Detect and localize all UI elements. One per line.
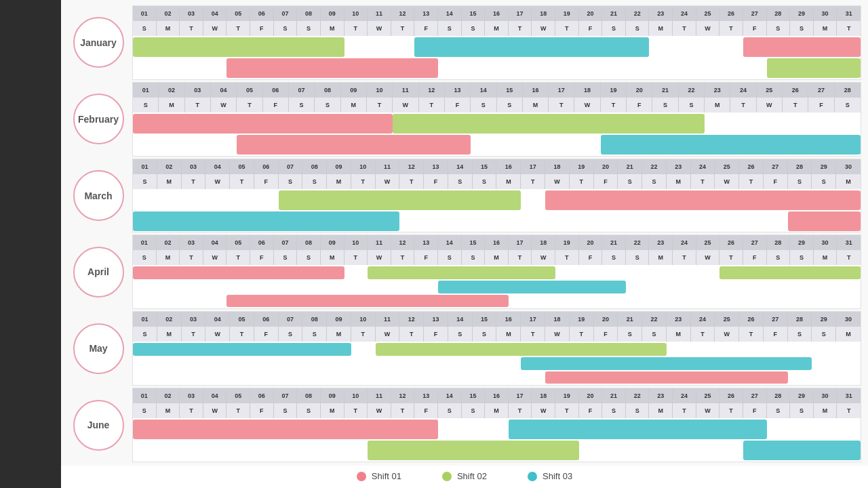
month-label-january: January bbox=[68, 5, 129, 80]
day-number: 30 bbox=[814, 6, 837, 21]
day-number: 08 bbox=[302, 312, 327, 327]
day-number: 01 bbox=[133, 312, 157, 327]
day-number: 20 bbox=[579, 388, 603, 403]
day-number: 17 bbox=[509, 235, 532, 250]
day-letter: S bbox=[274, 250, 298, 265]
day-letter: T bbox=[783, 98, 808, 113]
day-letter: S bbox=[448, 174, 473, 189]
day-number: 29 bbox=[790, 6, 814, 21]
shift-row bbox=[133, 295, 861, 308]
day-number: 21 bbox=[618, 312, 642, 327]
day-number: 22 bbox=[626, 235, 650, 250]
shift-row bbox=[133, 58, 861, 78]
day-number: 08 bbox=[297, 6, 321, 21]
day-number: 03 bbox=[180, 388, 203, 403]
day-letter: T bbox=[673, 403, 696, 418]
day-number: 09 bbox=[327, 312, 351, 327]
day-letters-row: SMTWTFSSMTWTFSSMTWTFSSMTWTFSSMT bbox=[133, 403, 861, 418]
day-letter: S bbox=[279, 174, 303, 189]
day-letter: M bbox=[496, 327, 521, 342]
day-number: 30 bbox=[836, 312, 861, 327]
month-grid: 0102030405060708091011121314151617181920… bbox=[132, 159, 861, 233]
day-letter: W bbox=[715, 174, 739, 189]
day-number: 07 bbox=[274, 388, 298, 403]
shift-bar-pink bbox=[237, 135, 471, 155]
day-letter: T bbox=[555, 21, 579, 36]
day-number: 20 bbox=[579, 235, 603, 250]
day-letter: T bbox=[391, 21, 415, 36]
day-number: 01 bbox=[133, 235, 157, 250]
day-number: 20 bbox=[594, 312, 618, 327]
day-letter: F bbox=[579, 250, 603, 265]
day-letter: S bbox=[438, 21, 462, 36]
day-letter: T bbox=[837, 403, 861, 418]
day-letter: M bbox=[327, 174, 351, 189]
day-letter: T bbox=[230, 327, 254, 342]
day-number: 12 bbox=[419, 83, 445, 98]
day-number: 29 bbox=[812, 159, 836, 174]
month-circle: June bbox=[73, 400, 124, 451]
day-letter: M bbox=[836, 327, 861, 342]
day-letter: W bbox=[376, 174, 400, 189]
day-number: 03 bbox=[180, 235, 203, 250]
day-number: 03 bbox=[182, 159, 206, 174]
day-number: 27 bbox=[743, 235, 767, 250]
day-number: 01 bbox=[133, 6, 157, 21]
day-letter: S bbox=[133, 403, 157, 418]
day-letter: S bbox=[602, 21, 626, 36]
day-number: 23 bbox=[667, 159, 691, 174]
day-letter: T bbox=[399, 327, 424, 342]
day-letter: S bbox=[626, 21, 650, 36]
day-letter: T bbox=[691, 327, 715, 342]
day-letter: W bbox=[376, 327, 400, 342]
day-number: 02 bbox=[157, 388, 180, 403]
day-number: 05 bbox=[226, 388, 250, 403]
month-label-march: March bbox=[68, 159, 129, 233]
shift-bar-teal bbox=[601, 135, 861, 155]
day-letter: M bbox=[496, 174, 521, 189]
day-letter: T bbox=[344, 403, 368, 418]
shift-bar-green bbox=[393, 114, 705, 134]
day-letter: S bbox=[297, 403, 321, 418]
day-letter: M bbox=[485, 403, 509, 418]
day-letter: T bbox=[230, 174, 254, 189]
day-letter: M bbox=[157, 21, 180, 36]
day-letter: M bbox=[814, 403, 837, 418]
day-numbers-row: 0102030405060708091011121314151617181920… bbox=[133, 388, 861, 403]
shift-bar-green bbox=[368, 441, 579, 460]
shift-row bbox=[133, 343, 861, 356]
day-letter: M bbox=[157, 174, 182, 189]
day-letter: S bbox=[462, 403, 486, 418]
month-circle: February bbox=[73, 94, 124, 144]
day-letter: S bbox=[835, 98, 861, 113]
month-circle: March bbox=[73, 170, 124, 221]
day-letters-row: SMTWTFSSMTWTFSSMTWTFSSMTWTFSSM bbox=[133, 327, 861, 342]
day-number: 23 bbox=[667, 312, 691, 327]
month-grid: 0102030405060708091011121314151617181920… bbox=[132, 82, 861, 157]
day-letter: M bbox=[341, 98, 367, 113]
day-letter: F bbox=[250, 403, 274, 418]
day-number: 01 bbox=[133, 388, 157, 403]
shift-bar-teal bbox=[133, 343, 351, 356]
day-number: 07 bbox=[274, 235, 298, 250]
day-letter: S bbox=[289, 98, 315, 113]
day-number: 17 bbox=[521, 312, 545, 327]
day-letter: W bbox=[203, 250, 227, 265]
shift-bar-pink bbox=[133, 420, 438, 439]
day-number: 09 bbox=[321, 235, 344, 250]
day-letter: T bbox=[601, 98, 627, 113]
shift-bar-teal bbox=[414, 37, 649, 57]
day-number: 16 bbox=[485, 235, 509, 250]
day-letter: S bbox=[297, 250, 321, 265]
day-number: 01 bbox=[133, 159, 157, 174]
day-letter: M bbox=[649, 250, 673, 265]
day-letter: S bbox=[133, 174, 157, 189]
day-letter: M bbox=[523, 98, 549, 113]
day-number: 27 bbox=[743, 388, 767, 403]
day-number: 21 bbox=[602, 388, 626, 403]
day-number: 25 bbox=[696, 235, 720, 250]
day-number: 13 bbox=[414, 235, 438, 250]
day-letter: F bbox=[414, 250, 438, 265]
day-number: 04 bbox=[203, 6, 227, 21]
day-letter: S bbox=[473, 327, 497, 342]
